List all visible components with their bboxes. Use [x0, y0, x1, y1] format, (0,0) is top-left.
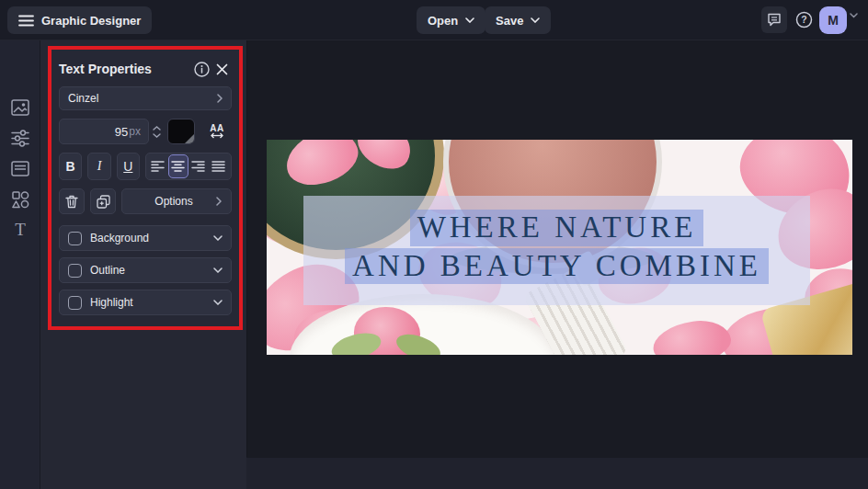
chat-icon	[767, 13, 782, 27]
outline-toggle-row[interactable]: Outline	[59, 257, 232, 283]
align-right-button[interactable]	[188, 154, 209, 178]
panel-title: Text Properties	[59, 62, 191, 76]
help-icon: ?	[795, 11, 813, 28]
design-canvas[interactable]: WHERE NATURE AND BEAUTY COMBINE	[267, 140, 852, 355]
canvas-text-line2[interactable]: AND BEAUTY COMBINE	[345, 248, 769, 285]
delete-button[interactable]	[59, 188, 85, 214]
layouts-icon[interactable]	[10, 158, 30, 178]
chevron-right-icon	[216, 197, 222, 206]
hamburger-icon	[18, 15, 34, 27]
shapes-icon[interactable]	[10, 189, 30, 210]
duplicate-button[interactable]	[90, 188, 116, 214]
image-icon[interactable]	[10, 97, 30, 118]
letter-spacing-button[interactable]: AA	[202, 119, 232, 144]
help-button[interactable]: ?	[791, 6, 817, 33]
text-action-row: Options	[59, 188, 232, 214]
duplicate-icon	[97, 195, 110, 209]
highlight-checkbox[interactable]	[68, 296, 82, 310]
font-family-select[interactable]: Cinzel	[59, 86, 232, 110]
outline-checkbox[interactable]	[68, 264, 82, 278]
main-menu-button[interactable]: Graphic Designer	[7, 6, 152, 34]
tool-sidebar: T	[0, 40, 40, 489]
close-icon[interactable]	[211, 59, 232, 79]
align-left-button[interactable]	[148, 154, 168, 178]
options-button[interactable]: Options	[121, 188, 232, 214]
font-size-input[interactable]: 95px	[59, 119, 149, 144]
align-justify-button[interactable]	[209, 154, 229, 178]
save-button[interactable]: Save	[485, 6, 551, 34]
svg-text:?: ?	[801, 14, 806, 25]
text-element-selection[interactable]: WHERE NATURE AND BEAUTY COMBINE	[303, 196, 810, 305]
highlight-toggle-row[interactable]: Highlight	[59, 290, 232, 315]
alignment-group	[145, 153, 232, 180]
avatar[interactable]: M	[819, 6, 847, 34]
open-button[interactable]: Open	[417, 6, 485, 34]
bold-button[interactable]: B	[59, 153, 82, 180]
trash-icon	[65, 195, 78, 209]
chevron-down-icon	[213, 267, 223, 273]
bottom-toolbar	[246, 457, 868, 489]
italic-button[interactable]: I	[87, 153, 110, 180]
account-chevron-down-icon[interactable]	[850, 13, 858, 18]
text-properties-panel: Text Properties Cinzel 95px AA B I U	[48, 46, 243, 330]
chevron-down-icon	[213, 300, 223, 305]
font-size-unit: px	[129, 125, 141, 138]
letter-spacing-icon: AA	[210, 124, 223, 132]
top-bar: Graphic Designer Open Save ? M	[0, 0, 868, 40]
background-toggle-row[interactable]: Background	[59, 225, 232, 251]
chevron-down-icon	[213, 235, 223, 241]
chevron-down-icon	[531, 17, 540, 23]
text-tool-icon[interactable]: T	[10, 220, 30, 240]
feedback-button[interactable]	[761, 6, 787, 33]
background-checkbox[interactable]	[68, 232, 82, 245]
font-size-value: 95	[115, 125, 128, 139]
align-center-button[interactable]	[168, 154, 188, 178]
font-size-stepper[interactable]	[149, 119, 164, 144]
font-family-value: Cinzel	[68, 92, 217, 105]
info-icon[interactable]	[191, 59, 211, 79]
adjustments-icon[interactable]	[10, 128, 30, 148]
app-title: Graphic Designer	[41, 14, 141, 28]
text-color-swatch[interactable]	[167, 119, 195, 144]
chevron-down-icon	[465, 17, 474, 23]
text-style-row: B I U	[59, 153, 232, 180]
canvas-text-line1[interactable]: WHERE NATURE	[410, 210, 704, 246]
underline-button[interactable]: U	[117, 153, 140, 180]
font-size-row: 95px AA	[59, 119, 232, 144]
panel-header: Text Properties	[59, 55, 232, 83]
chevron-right-icon	[217, 94, 223, 103]
